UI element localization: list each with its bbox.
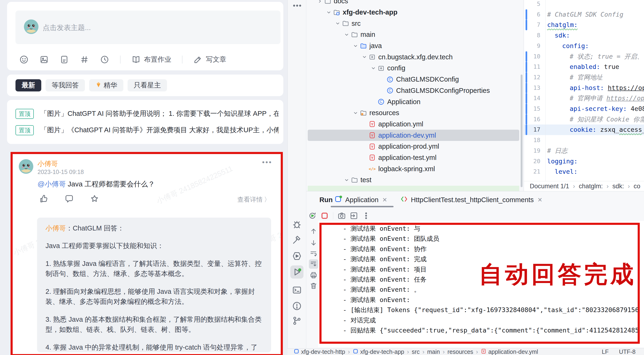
- status-crumb[interactable]: Yapplication-dev.yml: [481, 348, 538, 355]
- chevron-down-icon[interactable]: [343, 177, 350, 183]
- status-widget[interactable]: UTF-8: [619, 348, 636, 355]
- pen-tool[interactable]: 写文章: [193, 55, 226, 64]
- editor-code-line[interactable]: [547, 135, 644, 146]
- mention-link[interactable]: @小傅哥: [38, 180, 66, 188]
- trash-icon[interactable]: [309, 281, 318, 290]
- run-tab-application[interactable]: Application ✕: [334, 195, 387, 204]
- editor-code-line[interactable]: logging:: [547, 156, 644, 167]
- editor-code-line[interactable]: sdk:: [547, 30, 644, 41]
- post-more-icon[interactable]: •••: [262, 158, 272, 166]
- tree-item-xfg-dev-tech-app[interactable]: xfg-dev-tech-app: [306, 7, 524, 18]
- editor-code-line[interactable]: # 状态; true = 开启、f: [547, 51, 644, 62]
- editor-code-line[interactable]: # 知识星球 Cookie 你需要: [547, 114, 644, 125]
- status-breadcrumb[interactable]: xfg-dev-tech-http›xfg-dev-tech-app›src›m…: [294, 348, 602, 355]
- chevron-down-icon[interactable]: [343, 32, 350, 38]
- run-tab-test[interactable]: HttpClientTest.test_httpClient_comments …: [400, 195, 542, 204]
- yaml-editor[interactable]: 56# ChatGLM SDK Config7chatglm:8sdk:9con…: [524, 0, 644, 191]
- status-crumb[interactable]: xfg-dev-tech-http: [294, 348, 345, 355]
- image-tool[interactable]: [40, 55, 49, 64]
- close-icon[interactable]: ✕: [382, 196, 387, 203]
- tree-item-logback-spring.xml[interactable]: </>logback-spring.xml: [306, 163, 524, 174]
- camera-icon[interactable]: [337, 211, 346, 220]
- kebab-icon[interactable]: [362, 211, 371, 220]
- clock-tool[interactable]: [100, 55, 109, 64]
- tree-item-ChatGLMSDKConfigProperties[interactable]: CChatGLMSDKConfigProperties: [306, 85, 524, 96]
- tree-item-java[interactable]: java: [306, 40, 524, 52]
- feed-tab-最新[interactable]: 最新: [16, 79, 41, 92]
- profiler-icon[interactable]: [292, 251, 302, 261]
- tree-item-docs[interactable]: docs: [306, 0, 524, 7]
- tree-item-ChatGLMSDKConfig[interactable]: CChatGLMSDKConfig: [306, 74, 524, 85]
- tree-item-application-prod.yml[interactable]: Yapplication-prod.yml: [306, 141, 524, 152]
- editor-code-line[interactable]: cookie: zsxq_access_: [547, 124, 644, 135]
- more-dots-icon[interactable]: [292, 0, 302, 12]
- breadcrumb-item[interactable]: chatglm:: [579, 183, 603, 190]
- editor-code-line[interactable]: enabled: true: [547, 62, 644, 72]
- tree-item-Application[interactable]: CApplication: [306, 96, 524, 108]
- pinned-post-row[interactable]: 置顶「图片」《ChatGPT AI 问答助手》开源免费项目 大家好，我是技术UP…: [16, 122, 278, 138]
- soft-wrap-icon[interactable]: [309, 249, 318, 258]
- doc-tool[interactable]: [60, 55, 69, 64]
- stop-icon[interactable]: [320, 211, 329, 220]
- chevron-right-icon[interactable]: [316, 0, 324, 4]
- close-icon[interactable]: ✕: [538, 196, 542, 203]
- tree-item-src[interactable]: src: [306, 18, 524, 29]
- post-author[interactable]: 小傅哥: [38, 159, 58, 168]
- breadcrumb-item[interactable]: co: [634, 183, 640, 190]
- tree-item-application.yml[interactable]: Yapplication.yml: [306, 119, 524, 130]
- tree-item-test[interactable]: test: [306, 174, 524, 186]
- chevron-down-icon[interactable]: [334, 20, 342, 26]
- open-in-icon[interactable]: [349, 211, 358, 220]
- chevron-down-icon[interactable]: [325, 10, 333, 16]
- print-icon[interactable]: [309, 270, 318, 280]
- pinned-post-row[interactable]: 置顶「图片」ChatGPT AI 问答助手使用说明； 1. 你需要下载一个知识星…: [16, 106, 278, 122]
- breadcrumb-item[interactable]: Document 1/1: [530, 183, 569, 190]
- editor-code-line[interactable]: # 官网申请 https://ope: [547, 93, 644, 104]
- scroll-end-icon[interactable]: [309, 259, 318, 269]
- status-crumb[interactable]: xfg-dev-tech-app: [353, 348, 404, 355]
- book-tool[interactable]: 布置作业: [131, 55, 171, 64]
- debug-icon[interactable]: [292, 219, 302, 230]
- tree-item-application-test.yml[interactable]: Yapplication-test.yml: [306, 152, 524, 164]
- arrow-up-icon[interactable]: [309, 226, 318, 236]
- arrow-down-icon[interactable]: [309, 238, 318, 248]
- smiley-tool[interactable]: [19, 55, 28, 64]
- comment-icon[interactable]: [64, 194, 74, 205]
- editor-code-line[interactable]: api-secret-key: 4e08: [547, 104, 644, 114]
- chevron-down-icon[interactable]: [360, 54, 368, 60]
- editor-code-line[interactable]: [547, 0, 644, 10]
- tree-item-config[interactable]: config: [306, 62, 524, 74]
- rerun-icon[interactable]: [308, 211, 317, 220]
- editor-code-line[interactable]: # ChatGLM SDK Config: [547, 10, 644, 20]
- tree-item-main[interactable]: main: [306, 29, 524, 40]
- editor-code-line[interactable]: chatglm:: [547, 20, 644, 30]
- terminal-icon[interactable]: [292, 285, 302, 295]
- editor-code-line[interactable]: # 日志: [547, 146, 644, 156]
- hash-tool[interactable]: [80, 55, 89, 64]
- view-detail-link[interactable]: 查看详情〉: [237, 195, 270, 204]
- run-play-icon[interactable]: [290, 266, 304, 278]
- editor-code-line[interactable]: # 官网地址: [547, 72, 644, 83]
- tree-item-resources[interactable]: resources: [306, 108, 524, 119]
- chevron-down-icon[interactable]: [369, 65, 377, 71]
- status-crumb[interactable]: main: [427, 348, 440, 355]
- thumb-icon[interactable]: [39, 194, 49, 205]
- breadcrumb-item[interactable]: sdk:: [612, 183, 624, 190]
- editor-code-line[interactable]: config:: [547, 41, 644, 51]
- status-crumb[interactable]: src: [412, 348, 420, 355]
- editor-code-line[interactable]: api-host: https://op: [547, 83, 644, 93]
- feed-tab-等我回答[interactable]: 等我回答: [46, 79, 85, 92]
- star-icon[interactable]: [90, 194, 100, 205]
- chevron-down-icon[interactable]: [352, 43, 360, 49]
- tree-scrollbar[interactable]: [521, 74, 522, 187]
- feed-tab-精华[interactable]: 精华: [89, 79, 123, 92]
- editor-code-line[interactable]: level:: [547, 166, 644, 177]
- problems-icon[interactable]: [292, 301, 302, 311]
- tree-item-cn.bugstack.xfg.dev.tech[interactable]: cn.bugstack.xfg.dev.tech: [306, 51, 524, 62]
- chevron-down-icon[interactable]: [352, 110, 360, 116]
- feed-tab-只看星主[interactable]: 只看星主: [128, 79, 167, 92]
- tree-item-application-dev.yml[interactable]: Yapplication-dev.yml: [308, 130, 519, 141]
- status-crumb[interactable]: resources: [448, 348, 473, 355]
- git-branch-icon[interactable]: [292, 316, 302, 326]
- status-widget[interactable]: LF: [602, 348, 608, 355]
